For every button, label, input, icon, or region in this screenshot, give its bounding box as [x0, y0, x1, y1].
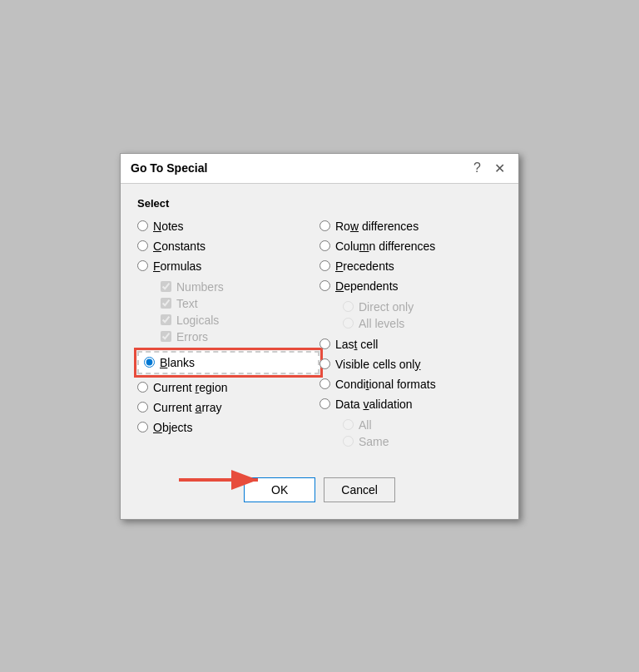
close-button[interactable]: ✕: [491, 161, 508, 176]
radio-current-array-input[interactable]: [137, 402, 148, 413]
check-numbers-label: Numbers: [176, 280, 224, 294]
radio-visible-cells[interactable]: Visible cells only: [320, 356, 502, 373]
radio-formulas-input[interactable]: [137, 260, 148, 271]
radio-visible-cells-label: Visible cells only: [335, 358, 420, 371]
radio-dv-same-input[interactable]: [343, 436, 354, 447]
radio-last-cell[interactable]: Last cell: [320, 336, 502, 353]
go-to-special-dialog: Go To Special ? ✕ Select Notes Constants: [120, 153, 519, 520]
radio-data-validation[interactable]: Data validation: [320, 396, 502, 413]
radio-objects[interactable]: Objects: [137, 419, 320, 436]
radio-precedents-input[interactable]: [320, 260, 330, 271]
radio-row-diff-input[interactable]: [320, 220, 330, 231]
radio-all-levels[interactable]: All levels: [343, 316, 502, 331]
radio-col-diff-label: Column differences: [335, 240, 435, 253]
red-arrow-icon: [171, 465, 270, 495]
radio-row-diff[interactable]: Row differences: [320, 218, 502, 235]
radio-current-region[interactable]: Current region: [137, 379, 320, 396]
check-logicals[interactable]: Logicals: [161, 313, 320, 328]
help-button[interactable]: ?: [470, 161, 484, 175]
check-numbers[interactable]: Numbers: [161, 279, 320, 294]
radio-last-cell-label: Last cell: [335, 338, 378, 351]
radio-dependents[interactable]: Dependents: [320, 278, 502, 294]
radio-dv-all-label: All: [359, 418, 372, 432]
radio-dv-same-label: Same: [359, 435, 389, 448]
radio-dv-same[interactable]: Same: [343, 434, 502, 449]
radio-dv-all-input[interactable]: [343, 419, 354, 430]
check-errors-input[interactable]: [161, 331, 171, 342]
radio-constants-label: Constants: [153, 240, 206, 253]
title-bar: Go To Special ? ✕: [121, 154, 518, 184]
radio-all-levels-label: All levels: [359, 317, 404, 330]
left-column: Notes Constants Formulas Numbers: [137, 218, 320, 451]
data-validation-sub: All Same: [343, 418, 502, 449]
check-text[interactable]: Text: [161, 296, 320, 311]
radio-conditional[interactable]: Conditional formats: [320, 376, 502, 393]
radio-current-array[interactable]: Current array: [137, 399, 320, 416]
check-text-input[interactable]: [161, 298, 171, 309]
radio-formulas-label: Formulas: [153, 259, 201, 273]
radio-direct-only[interactable]: Direct only: [343, 299, 502, 314]
radio-col-diff[interactable]: Column differences: [320, 238, 502, 254]
formulas-sub: Numbers Text Logicals Errors: [161, 279, 320, 344]
radio-row-diff-label: Row differences: [335, 220, 419, 233]
radio-dv-all[interactable]: All: [343, 418, 502, 432]
dialog-body: Select Notes Constants Formulas: [121, 184, 518, 464]
radio-current-region-input[interactable]: [137, 382, 148, 393]
options-columns: Notes Constants Formulas Numbers: [137, 218, 502, 451]
section-label: Select: [137, 197, 502, 210]
check-errors[interactable]: Errors: [161, 329, 320, 344]
radio-dependents-label: Dependents: [335, 279, 399, 293]
radio-direct-only-input[interactable]: [343, 301, 354, 312]
radio-objects-input[interactable]: [137, 422, 148, 432]
radio-blanks-label: Blanks: [160, 356, 195, 369]
radio-conditional-input[interactable]: [320, 378, 330, 389]
check-logicals-input[interactable]: [161, 314, 171, 325]
right-column: Row differences Column differences Prece…: [320, 218, 502, 451]
check-logicals-label: Logicals: [176, 314, 219, 327]
title-bar-controls: ? ✕: [470, 161, 508, 176]
radio-col-diff-input[interactable]: [320, 240, 330, 251]
radio-current-region-label: Current region: [153, 381, 228, 394]
radio-objects-label: Objects: [153, 421, 192, 434]
radio-notes[interactable]: Notes: [137, 218, 320, 235]
radio-constants[interactable]: Constants: [137, 238, 320, 254]
radio-last-cell-input[interactable]: [320, 338, 330, 349]
dependents-sub: Direct only All levels: [343, 299, 502, 331]
radio-all-levels-input[interactable]: [343, 318, 354, 329]
check-numbers-input[interactable]: [161, 281, 171, 292]
radio-dependents-input[interactable]: [320, 280, 330, 291]
radio-formulas[interactable]: Formulas: [137, 258, 320, 274]
radio-blanks-input[interactable]: [144, 357, 155, 368]
radio-visible-cells-input[interactable]: [320, 358, 330, 369]
dialog-title: Go To Special: [131, 161, 207, 175]
radio-constants-input[interactable]: [137, 240, 148, 251]
cancel-button[interactable]: Cancel: [324, 477, 395, 502]
radio-data-validation-label: Data validation: [335, 398, 413, 411]
radio-current-array-label: Current array: [153, 401, 222, 414]
arrow-indicator: [171, 465, 270, 497]
radio-conditional-label: Conditional formats: [335, 378, 436, 391]
check-text-label: Text: [176, 297, 198, 310]
radio-precedents[interactable]: Precedents: [320, 258, 502, 274]
radio-notes-label: Notes: [153, 220, 184, 233]
radio-precedents-label: Precedents: [335, 259, 394, 273]
check-errors-label: Errors: [176, 330, 208, 343]
radio-direct-only-label: Direct only: [359, 300, 414, 314]
radio-notes-input[interactable]: [137, 220, 148, 231]
radio-data-validation-input[interactable]: [320, 398, 330, 409]
radio-blanks-highlighted[interactable]: Blanks: [137, 351, 320, 374]
dialog-footer: OK Cancel: [121, 464, 518, 519]
